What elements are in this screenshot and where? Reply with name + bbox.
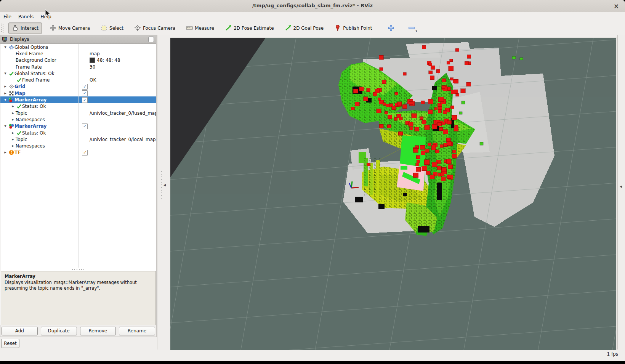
check-icon	[16, 77, 22, 83]
remove-tool-button[interactable]: ▾	[405, 23, 420, 34]
focus-camera-icon	[134, 24, 141, 32]
map-pin-icon	[334, 24, 341, 32]
minus-tool-icon	[408, 24, 415, 32]
screen-edge	[0, 361, 625, 364]
green-arrow-icon	[225, 24, 232, 32]
property-value[interactable]: 30	[90, 64, 95, 70]
tool-interact[interactable]: Interact	[8, 22, 42, 34]
expander-closed-icon[interactable]: ▶	[10, 118, 16, 121]
reset-button[interactable]: Reset	[1, 339, 19, 348]
close-icon[interactable]: ×	[612, 2, 620, 10]
property-value[interactable]: /univloc_tracker_0/local_map	[90, 137, 156, 142]
add-tool-button[interactable]	[385, 23, 397, 34]
menu-bar: FilePanelsHelp	[0, 12, 625, 22]
remove-button[interactable]: Remove	[80, 327, 116, 335]
dropdown-icon: ▾	[416, 29, 417, 34]
expander-open-icon[interactable]: ▼	[3, 72, 8, 75]
display-label: Background Color	[16, 58, 56, 63]
property-value[interactable]: 48; 48; 48	[97, 58, 120, 63]
left-splitter[interactable]: ◀	[157, 35, 170, 350]
move-camera-icon	[50, 24, 56, 32]
displays-tree: ▼Global OptionsFixed FramemapBackground …	[0, 44, 156, 268]
enabled-checkbox[interactable]: ✓	[82, 123, 88, 129]
menu-item-help[interactable]: Help	[37, 12, 55, 19]
expander-closed-icon[interactable]: ▶	[3, 92, 8, 95]
splitter-dots-icon	[161, 171, 162, 199]
menu-item-panels[interactable]: Panels	[15, 12, 37, 19]
enabled-checkbox[interactable]: ✓	[82, 150, 88, 156]
expander-closed-icon[interactable]: ▶	[3, 151, 8, 154]
display-label: Grid	[14, 84, 25, 89]
display-label: Map	[14, 91, 26, 96]
panel-float-button[interactable]	[148, 37, 154, 42]
panel-collapse-right-icon[interactable]: ◀	[620, 185, 622, 188]
svg-text:!: !	[10, 151, 12, 155]
grid-icon	[8, 84, 14, 89]
tool-focus-camera[interactable]: Focus Camera	[131, 23, 178, 34]
color-swatch[interactable]	[90, 58, 95, 63]
display-label: Global Status: Ok	[14, 71, 54, 76]
tool-select[interactable]: Select	[98, 23, 127, 34]
title-bar[interactable]: /tmp/ug_configs/collab_slam_fm.rviz* - R…	[0, 0, 625, 13]
display-label: Namespaces	[16, 143, 45, 149]
property-value[interactable]: /univloc_tracker_0/fused_map	[90, 111, 156, 116]
expander-open-icon[interactable]: ▼	[3, 98, 8, 101]
description-body: Displays visualization_msgs::MarkerArray…	[5, 280, 152, 292]
displays-buttons-row: AddDuplicateRemoveRename	[0, 325, 156, 337]
map-icon	[8, 91, 14, 96]
expander-closed-icon[interactable]: ▶	[10, 138, 16, 141]
display-label: Namespaces	[16, 117, 45, 122]
displays-panel-title: Displays	[10, 37, 148, 42]
tool-2d-goal-pose[interactable]: 2D Goal Pose	[282, 23, 327, 34]
displays-panel: Displays ▼Global OptionsFixed FramemapBa…	[0, 35, 157, 337]
display-label: Topic	[16, 111, 27, 116]
display-label: Status: Ok	[22, 104, 46, 109]
ruler-icon	[186, 24, 193, 32]
expander-closed-icon[interactable]: ▶	[10, 112, 16, 115]
add-button[interactable]: Add	[2, 327, 38, 335]
tree-column-divider[interactable]	[79, 44, 79, 268]
expander-closed-icon[interactable]: ▶	[3, 85, 8, 88]
display-label: MarkerArray	[14, 123, 46, 129]
expander-closed-icon[interactable]: ▶	[10, 105, 16, 108]
enabled-checkbox[interactable]: ✓	[82, 90, 88, 96]
expander-open-icon[interactable]: ▼	[3, 46, 8, 49]
3d-scene: map	[170, 38, 616, 350]
toolbar: InteractMove CameraSelectFocus CameraMea…	[0, 22, 625, 35]
description-splitter-handle[interactable]	[0, 268, 156, 271]
expander-open-icon[interactable]: ▼	[3, 125, 8, 128]
check-icon	[16, 130, 22, 136]
menu-item-file[interactable]: File	[0, 12, 15, 19]
display-label: Global Options	[14, 45, 48, 50]
displays-panel-header[interactable]: Displays	[0, 35, 156, 44]
rviz-window: /tmp/ug_configs/collab_slam_fm.rviz* - R…	[0, 0, 625, 361]
panel-collapse-left-icon[interactable]: ◀	[163, 183, 166, 187]
toolbar-grip-icon[interactable]	[1, 24, 3, 33]
expander-closed-icon[interactable]: ▶	[10, 144, 16, 148]
display-label: Frame Rate	[16, 64, 42, 70]
markers-icon	[8, 123, 14, 129]
select-box-icon	[101, 24, 107, 32]
markers-icon	[8, 97, 14, 103]
display-label: Fixed Frame	[22, 77, 50, 83]
enabled-checkbox[interactable]: ✓	[82, 97, 88, 103]
displays-icon	[2, 37, 8, 42]
display-label: TF	[14, 150, 21, 155]
expander-closed-icon[interactable]: ▶	[10, 131, 16, 135]
check-icon	[8, 71, 14, 76]
3d-viewport[interactable]: map	[170, 37, 617, 350]
warning-icon: !	[8, 150, 14, 155]
hand-icon	[12, 24, 19, 32]
tool-move-camera[interactable]: Move Camera	[46, 23, 93, 34]
tool-publish-point[interactable]: Publish Point	[331, 23, 375, 34]
display-label: Topic	[16, 137, 27, 142]
right-splitter[interactable]: ◀	[617, 35, 625, 350]
enabled-checkbox[interactable]: ✓	[82, 84, 88, 90]
tool-measure[interactable]: Measure	[183, 23, 217, 34]
duplicate-button[interactable]: Duplicate	[41, 327, 77, 335]
tool-2d-pose-estimate[interactable]: 2D Pose Estimate	[222, 23, 277, 34]
description-panel: MarkerArray Displays visualization_msgs:…	[1, 271, 156, 325]
rename-button[interactable]: Rename	[119, 327, 155, 335]
property-value[interactable]: map	[90, 51, 100, 56]
property-value[interactable]: OK	[90, 77, 96, 83]
